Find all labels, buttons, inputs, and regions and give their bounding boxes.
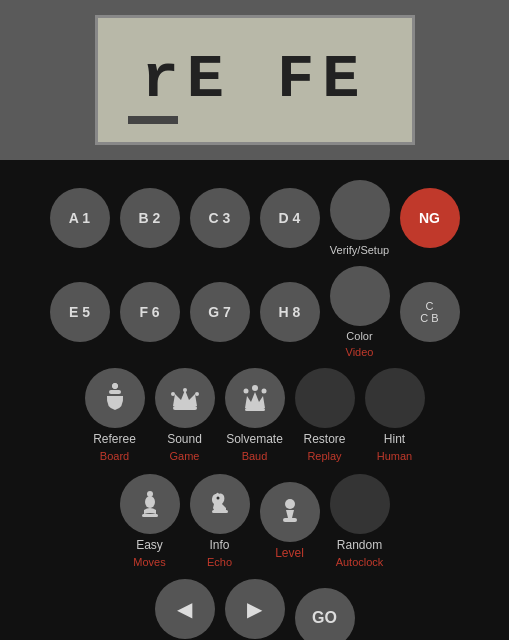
svg-point-13: [145, 496, 155, 508]
svg-rect-1: [113, 383, 117, 389]
svg-rect-11: [245, 408, 265, 411]
referee-label-bottom: Board: [100, 450, 129, 463]
easy-label-bottom: Moves: [133, 556, 165, 569]
svg-rect-14: [142, 514, 158, 517]
solvemate-circle: [225, 368, 285, 428]
sound-circle: [155, 368, 215, 428]
button-solvemate-baud[interactable]: Solvemate Baud: [225, 368, 285, 464]
king-icon: [99, 382, 131, 414]
knight-icon: [204, 488, 236, 520]
bishop-icon: [134, 488, 166, 520]
autoplay-circle: ▶: [225, 579, 285, 639]
pawn-icon: [274, 496, 306, 528]
crown-icon: [169, 382, 201, 414]
button-b2[interactable]: B 2: [120, 188, 180, 248]
color-circle: [330, 266, 390, 326]
spacer-l: [85, 588, 145, 640]
svg-point-16: [216, 496, 219, 499]
button-info-echo[interactable]: Info Echo: [190, 474, 250, 570]
restore-label-top: Restore: [303, 432, 345, 446]
button-e5[interactable]: E 5: [50, 282, 110, 342]
button-restore-replay[interactable]: Restore Replay: [295, 368, 355, 464]
level-label: Level: [275, 546, 304, 560]
button-verify-setup[interactable]: Verify/Setup: [330, 180, 390, 256]
info-label-top: Info: [209, 538, 229, 552]
row-1: A 1 B 2 C 3 D 4 Verify/Setup NG: [15, 180, 494, 256]
button-next-best[interactable]: ◀ Next Best: [155, 579, 215, 640]
restore-circle: [295, 368, 355, 428]
sound-label-top: Sound: [167, 432, 202, 446]
level-circle: [260, 482, 320, 542]
spacer-right: [400, 491, 460, 551]
color-label: Color: [346, 330, 372, 342]
button-a1[interactable]: A 1: [50, 188, 110, 248]
button-easy-moves[interactable]: Easy Moves: [120, 474, 180, 570]
svg-rect-2: [109, 390, 121, 394]
next-best-circle: ◀: [155, 579, 215, 639]
button-d4[interactable]: D 4: [260, 188, 320, 248]
sound-label-bottom: Game: [170, 450, 200, 463]
hint-label-top: Hint: [384, 432, 405, 446]
svg-rect-15: [212, 510, 228, 513]
button-ccb[interactable]: C C B: [400, 282, 460, 342]
svg-point-9: [243, 389, 248, 394]
queen-icon: [239, 382, 271, 414]
svg-point-7: [195, 392, 199, 396]
random-label-top: Random: [337, 538, 382, 552]
lcd-panel: rE FE: [0, 0, 509, 160]
spacer-left: [50, 491, 110, 551]
spacer-r: [365, 588, 425, 640]
row-2: E 5 F 6 G 7 H 8 Color Video C C B: [15, 266, 494, 358]
random-label-bottom: Autoclock: [336, 556, 384, 569]
lcd-underline: [128, 116, 178, 124]
referee-label-top: Referee: [93, 432, 136, 446]
button-ng[interactable]: NG: [400, 188, 460, 248]
button-referee-board[interactable]: Referee Board: [85, 368, 145, 464]
svg-point-8: [252, 385, 258, 391]
svg-point-5: [171, 392, 175, 396]
button-autoplay[interactable]: ▶ Autoplay: [225, 579, 285, 640]
verify-circle: [330, 180, 390, 240]
lcd-display: rE FE: [141, 49, 367, 111]
solvemate-label-bottom: Baud: [242, 450, 268, 463]
row-3: Referee Board Sound Game: [15, 368, 494, 464]
button-level[interactable]: Level: [260, 482, 320, 560]
random-circle: [330, 474, 390, 534]
button-f6[interactable]: F 6: [120, 282, 180, 342]
solvemate-label-top: Solvemate: [226, 432, 283, 446]
hint-circle: [365, 368, 425, 428]
row-5: ◀ Next Best ▶ Autoplay GO: [15, 579, 494, 640]
button-hint-human[interactable]: Hint Human: [365, 368, 425, 464]
verify-label: Verify/Setup: [330, 244, 389, 256]
button-go[interactable]: GO: [295, 588, 355, 640]
ccb-circle: C C B: [400, 282, 460, 342]
referee-circle: [85, 368, 145, 428]
video-label: Video: [346, 346, 374, 358]
controls-panel: A 1 B 2 C 3 D 4 Verify/Setup NG E 5 F 6 …: [0, 160, 509, 640]
svg-point-17: [285, 499, 295, 509]
svg-rect-4: [173, 406, 197, 410]
easy-circle: [120, 474, 180, 534]
easy-label-top: Easy: [136, 538, 163, 552]
info-label-bottom: Echo: [207, 556, 232, 569]
restore-label-bottom: Replay: [307, 450, 341, 463]
svg-marker-3: [173, 390, 197, 406]
button-random-autoclock[interactable]: Random Autoclock: [330, 474, 390, 570]
lcd-screen: rE FE: [95, 15, 415, 145]
svg-point-10: [261, 389, 266, 394]
svg-point-6: [183, 388, 187, 392]
button-c3[interactable]: C 3: [190, 188, 250, 248]
button-g7[interactable]: G 7: [190, 282, 250, 342]
info-circle: [190, 474, 250, 534]
hint-label-bottom: Human: [377, 450, 412, 463]
button-h8[interactable]: H 8: [260, 282, 320, 342]
svg-rect-18: [283, 518, 297, 522]
button-sound-game[interactable]: Sound Game: [155, 368, 215, 464]
button-color-video[interactable]: Color Video: [330, 266, 390, 358]
row-4: Easy Moves Info Echo: [15, 474, 494, 570]
